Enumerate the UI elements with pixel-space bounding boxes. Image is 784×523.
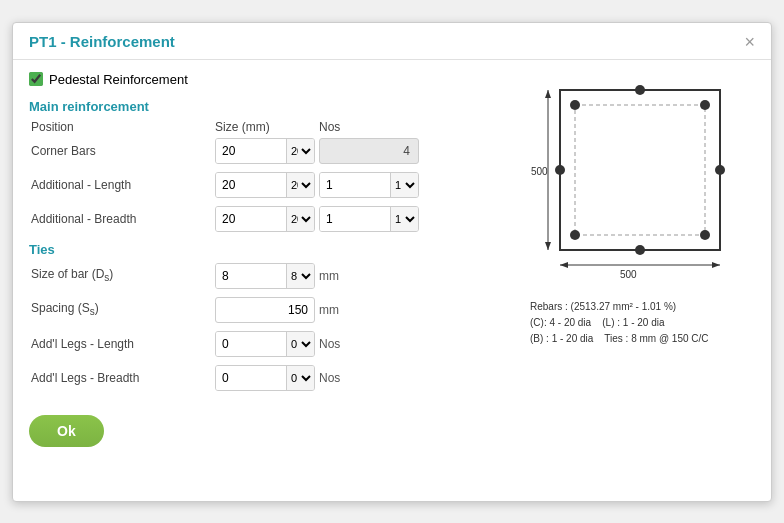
- ties-legs-breadth-label: Add'l Legs - Breadth: [31, 371, 211, 385]
- additional-breadth-nos-value[interactable]: [320, 207, 390, 231]
- legend-ties: Ties : 8 mm @ 150 C/C: [604, 333, 708, 344]
- svg-marker-12: [545, 242, 551, 250]
- diagram-info: Rebars : (2513.27 mm² - 1.01 %) (C): 4 -…: [530, 299, 740, 347]
- ties-legs-length-input[interactable]: 012: [215, 331, 315, 357]
- header-size: Size (mm): [215, 120, 315, 134]
- corner-bars-size-select[interactable]: 20162532: [286, 139, 314, 163]
- svg-marker-16: [712, 262, 720, 268]
- additional-length-nos-value[interactable]: [320, 173, 390, 197]
- dialog-title: PT1 - Reinforcement: [29, 33, 175, 50]
- additional-length-nos-select[interactable]: 123: [390, 173, 418, 197]
- ties-size-unit: mm: [319, 269, 399, 283]
- svg-text:500: 500: [531, 166, 548, 177]
- pedestal-checkbox-row: Pedestal Reinforcement: [29, 72, 495, 87]
- additional-length-size-input[interactable]: 201625: [215, 172, 315, 198]
- left-panel: Pedestal Reinforcement Main reinforcemen…: [29, 72, 495, 447]
- svg-point-5: [700, 230, 710, 240]
- ties-size-select[interactable]: 81012: [286, 264, 314, 288]
- ok-button[interactable]: Ok: [29, 415, 104, 447]
- diagram-container: 500 500 Rebars : (2513.27 mm² - 1.01 %) …: [530, 80, 740, 347]
- additional-breadth-nos[interactable]: 123: [319, 206, 419, 232]
- ties-legs-breadth-select[interactable]: 012: [286, 366, 314, 390]
- svg-marker-11: [545, 90, 551, 98]
- svg-rect-0: [560, 90, 720, 250]
- ties-spacing-label: Spacing (Ss): [31, 301, 211, 317]
- ties-title: Ties: [29, 242, 495, 257]
- ties-legs-length-value[interactable]: [216, 332, 286, 356]
- ties-size-value[interactable]: [216, 264, 286, 288]
- ties-legs-breadth-unit: Nos: [319, 371, 399, 385]
- svg-point-8: [635, 85, 645, 95]
- table-headers: Position Size (mm) Nos: [29, 120, 495, 134]
- ties-spacing-row: Spacing (Ss) mm: [29, 297, 495, 323]
- additional-length-label: Additional - Length: [31, 178, 211, 192]
- corner-bars-size-value[interactable]: [216, 139, 286, 163]
- additional-breadth-nos-select[interactable]: 123: [390, 207, 418, 231]
- additional-breadth-label: Additional - Breadth: [31, 212, 211, 226]
- svg-point-4: [570, 230, 580, 240]
- corner-bars-label: Corner Bars: [31, 144, 211, 158]
- corner-bars-size-input[interactable]: 20162532: [215, 138, 315, 164]
- header-position: Position: [31, 120, 211, 134]
- additional-length-size-select[interactable]: 201625: [286, 173, 314, 197]
- svg-point-3: [700, 100, 710, 110]
- additional-length-row: Additional - Length 201625 123: [29, 172, 495, 198]
- pedestal-checkbox[interactable]: [29, 72, 43, 86]
- legend-c: (C): 4 - 20 dia: [530, 317, 591, 328]
- legend-b: (B) : 1 - 20 dia: [530, 333, 593, 344]
- svg-point-9: [635, 245, 645, 255]
- svg-marker-15: [560, 262, 568, 268]
- ties-size-input[interactable]: 81012: [215, 263, 315, 289]
- additional-length-size-value[interactable]: [216, 173, 286, 197]
- pt1-reinforcement-dialog: PT1 - Reinforcement × Pedestal Reinforce…: [12, 22, 772, 502]
- corner-bars-nos: 4: [319, 138, 419, 164]
- header-nos: Nos: [319, 120, 419, 134]
- ties-spacing-unit: mm: [319, 303, 399, 317]
- pedestal-label[interactable]: Pedestal Reinforcement: [49, 72, 188, 87]
- dialog-header: PT1 - Reinforcement ×: [13, 23, 771, 60]
- rebars-info: Rebars : (2513.27 mm² - 1.01 %): [530, 299, 740, 315]
- legend-l: (L) : 1 - 20 dia: [602, 317, 664, 328]
- main-reinforcement-title: Main reinforcement: [29, 99, 495, 114]
- svg-point-6: [555, 165, 565, 175]
- ties-spacing-input[interactable]: [215, 297, 315, 323]
- additional-length-nos[interactable]: 123: [319, 172, 419, 198]
- ties-size-label: Size of bar (Ds): [31, 267, 211, 283]
- ties-legs-length-row: Add'l Legs - Length 012 Nos: [29, 331, 495, 357]
- additional-breadth-size-input[interactable]: 201625: [215, 206, 315, 232]
- corner-bars-row: Corner Bars 20162532 4: [29, 138, 495, 164]
- ties-section: Ties Size of bar (Ds) 81012 mm Spacing (…: [29, 242, 495, 391]
- close-button[interactable]: ×: [744, 33, 755, 51]
- ties-legs-breadth-row: Add'l Legs - Breadth 012 Nos: [29, 365, 495, 391]
- ties-legs-breadth-input[interactable]: 012: [215, 365, 315, 391]
- right-panel: 500 500 Rebars : (2513.27 mm² - 1.01 %) …: [515, 72, 755, 447]
- dialog-body: Pedestal Reinforcement Main reinforcemen…: [13, 60, 771, 459]
- svg-point-7: [715, 165, 725, 175]
- reinforcement-diagram: 500 500: [530, 80, 740, 290]
- additional-breadth-size-select[interactable]: 201625: [286, 207, 314, 231]
- svg-text:500: 500: [620, 269, 637, 280]
- additional-breadth-size-value[interactable]: [216, 207, 286, 231]
- ties-legs-length-unit: Nos: [319, 337, 399, 351]
- ties-legs-length-label: Add'l Legs - Length: [31, 337, 211, 351]
- additional-breadth-row: Additional - Breadth 201625 123: [29, 206, 495, 232]
- svg-point-2: [570, 100, 580, 110]
- ties-legs-breadth-value[interactable]: [216, 366, 286, 390]
- ties-legs-length-select[interactable]: 012: [286, 332, 314, 356]
- ties-size-row: Size of bar (Ds) 81012 mm: [29, 263, 495, 289]
